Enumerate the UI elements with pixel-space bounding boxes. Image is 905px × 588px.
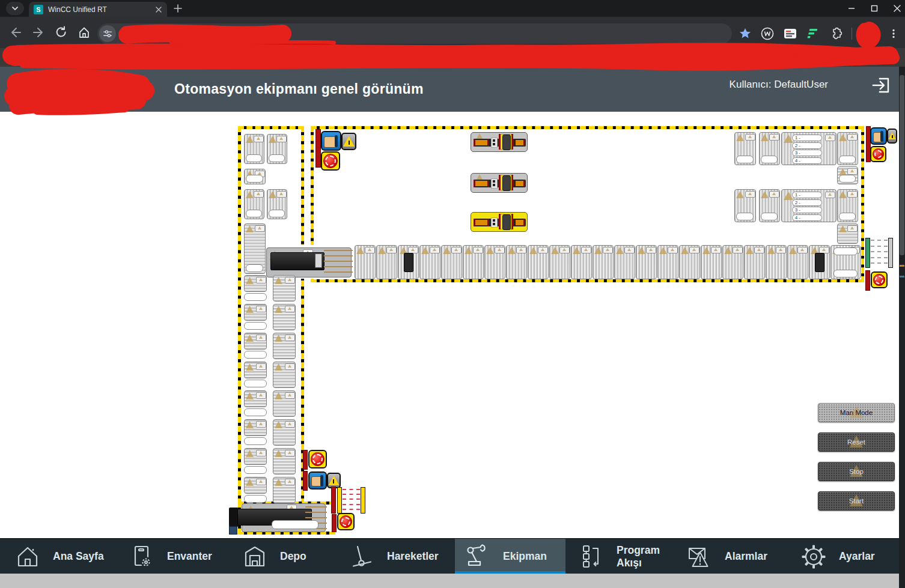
reset-button[interactable]: Reset: [818, 432, 895, 452]
conveyor-segment[interactable]: [273, 275, 296, 302]
scrollbar-thumb[interactable]: [900, 75, 904, 255]
nav-item-alarmlar[interactable]: Alarmlar: [678, 539, 783, 574]
segment-label: [246, 154, 262, 162]
start-button[interactable]: Start: [818, 491, 895, 511]
conveyor-segment[interactable]: [787, 245, 808, 279]
warning-watermark: [368, 248, 371, 251]
conveyor-segment[interactable]: [273, 333, 296, 359]
conveyor-segment[interactable]: [244, 223, 266, 274]
conveyor-segment[interactable]: [244, 333, 267, 350]
nav-item-program-akisi[interactable]: Program Akışı: [570, 539, 675, 574]
nav-item-depo[interactable]: Depo: [233, 539, 323, 574]
conveyor-segment[interactable]: [759, 189, 780, 222]
man-mode-button[interactable]: Man Mode: [818, 403, 895, 422]
conveyor-segment[interactable]: [593, 245, 614, 279]
page-scrollbar[interactable]: [899, 67, 905, 588]
conveyor-segment[interactable]: [837, 223, 858, 244]
conveyor-segment[interactable]: [376, 245, 397, 279]
warning-watermark: [258, 226, 261, 229]
transfer-station[interactable]: [471, 212, 528, 232]
status-badge: [689, 247, 699, 253]
warning-watermark: [800, 248, 804, 251]
status-badge: [797, 247, 808, 253]
conveyor-segment[interactable]: [267, 134, 287, 164]
conveyor-segment[interactable]: [244, 448, 267, 465]
conveyor-segment[interactable]: [701, 245, 722, 279]
conveyor-segment[interactable]: [528, 245, 549, 279]
conveyor-segment[interactable]: [244, 304, 267, 321]
conveyor-segment[interactable]: [636, 245, 657, 279]
nav-item-hareketler[interactable]: Hareketler: [340, 539, 454, 574]
conveyor-segment[interactable]: [244, 169, 266, 184]
transfer-station[interactable]: [471, 132, 528, 152]
conveyor-segment[interactable]: [679, 245, 700, 279]
segment-label: [244, 408, 267, 416]
nav-item-ayarlar[interactable]: Ayarlar: [792, 539, 888, 574]
conveyor-segment[interactable]: [273, 304, 296, 330]
curtain-bar: [888, 238, 893, 268]
conveyor-segment[interactable]: [463, 245, 484, 279]
conveyor-segment[interactable]: [244, 275, 267, 292]
conveyor-segment[interactable]: [244, 362, 267, 378]
conveyor-segment[interactable]: [837, 189, 858, 222]
curtain-beam: [343, 489, 360, 490]
stop-button[interactable]: Stop: [818, 462, 895, 481]
conveyor-segment[interactable]: [273, 477, 296, 503]
warning-watermark: [839, 134, 847, 141]
warning-exclamation: [333, 479, 334, 483]
conveyor-segment[interactable]: [837, 166, 858, 184]
conveyor-segment[interactable]: [759, 132, 780, 165]
hand-press-icon: [870, 127, 887, 145]
conveyor-segment[interactable]: [355, 245, 376, 279]
conveyor-segment[interactable]: [398, 245, 419, 279]
conveyor-segment[interactable]: [244, 419, 267, 436]
warning-watermark: [288, 307, 291, 310]
conveyor-segment[interactable]: [549, 245, 570, 279]
warning-watermark: [736, 134, 744, 141]
conveyor-segment[interactable]: [273, 419, 296, 446]
nav-item-envanter[interactable]: Envanter: [120, 539, 228, 574]
transfer-station[interactable]: [471, 173, 528, 193]
conveyor-segment[interactable]: [744, 245, 765, 279]
warning-watermark: [746, 247, 754, 254]
conveyor-segment[interactable]: [766, 245, 787, 279]
conveyor-segment[interactable]: [244, 477, 267, 494]
conveyor-segment[interactable]: [830, 245, 861, 279]
status-badge: [754, 247, 764, 253]
warning-watermark: [275, 479, 282, 486]
warning-watermark: [246, 225, 254, 232]
conveyor-segment[interactable]: [809, 245, 830, 279]
warning-triangle: [888, 133, 896, 140]
nav-item-ekipman[interactable]: Ekipman: [455, 539, 565, 574]
conveyor-segment[interactable]: [614, 245, 635, 279]
conveyor-segment[interactable]: [484, 245, 505, 279]
conveyor-segment[interactable]: [571, 245, 592, 279]
warning-watermark: [246, 392, 254, 399]
conveyor-segment[interactable]: [837, 132, 858, 165]
nav-item-ana-sayfa[interactable]: Ana Sayfa: [6, 539, 120, 574]
conveyor-segment[interactable]: [273, 390, 296, 417]
conveyor-segment[interactable]: 1 -2 -3 -4 -: [781, 132, 836, 165]
conveyor-segment[interactable]: [657, 245, 678, 279]
curtain-beam: [343, 509, 360, 510]
conveyor-segment[interactable]: [244, 134, 264, 164]
conveyor-segment[interactable]: [506, 245, 527, 279]
conveyor-segment[interactable]: [267, 189, 287, 219]
conveyor-segment[interactable]: [244, 189, 264, 219]
conveyor-segment[interactable]: [441, 245, 462, 279]
conveyor-segment[interactable]: [273, 362, 296, 388]
conveyor-segment[interactable]: [734, 132, 756, 165]
warning-watermark: [259, 422, 263, 425]
warning-watermark: [767, 247, 775, 254]
segment-label: [736, 156, 754, 163]
status-badge: [285, 306, 295, 312]
conveyor-segment[interactable]: [419, 245, 440, 279]
curtain-beam: [871, 251, 888, 252]
conveyor-segment[interactable]: [244, 390, 267, 407]
conveyor-segment[interactable]: 1 -2 -3 -4 -: [781, 189, 836, 222]
warning-watermark: [498, 248, 501, 251]
conveyor-segment[interactable]: [722, 245, 743, 279]
status-badge: [256, 392, 266, 399]
conveyor-segment[interactable]: [734, 189, 756, 222]
conveyor-segment[interactable]: [273, 448, 296, 474]
